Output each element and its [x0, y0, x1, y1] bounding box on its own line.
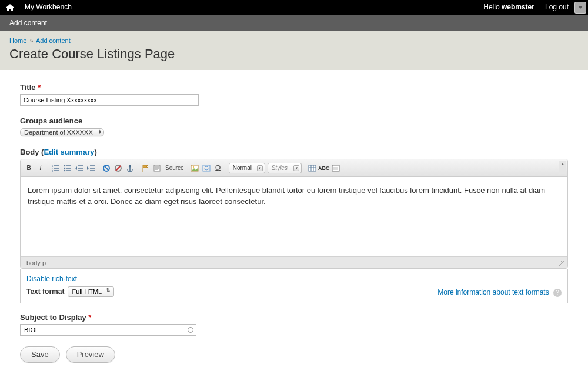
- media-icon[interactable]: [202, 163, 211, 173]
- subject-label: Subject to Display *: [20, 313, 568, 322]
- unlink-icon[interactable]: [113, 163, 123, 173]
- rich-text-editor: B I 123: [20, 159, 568, 269]
- source-icon[interactable]: [152, 163, 162, 173]
- disable-rich-text-link[interactable]: Disable rich-text: [26, 275, 562, 283]
- bold-icon[interactable]: B: [24, 163, 34, 173]
- toolbar-scroll[interactable]: [559, 161, 566, 174]
- page-title: Create Course Listings Page: [9, 46, 579, 62]
- styles-select[interactable]: Styles: [268, 163, 302, 173]
- admin-topbar: My Workbench Hello webmster Log out: [0, 0, 588, 15]
- svg-point-12: [205, 166, 208, 170]
- text-format-box: Disable rich-text Text format Full HTML …: [20, 269, 568, 303]
- title-input[interactable]: [20, 94, 199, 106]
- edit-summary-link[interactable]: Edit summary: [44, 148, 94, 156]
- indent-icon[interactable]: [86, 163, 96, 173]
- groups-audience-select[interactable]: Department of XXXXXX: [20, 128, 104, 136]
- anchor-icon[interactable]: [125, 163, 135, 173]
- special-char-icon[interactable]: Ω: [213, 163, 223, 173]
- user-menu-dropdown-icon[interactable]: [574, 2, 586, 14]
- editor-toolbar: B I 123: [21, 159, 567, 177]
- add-content-link[interactable]: Add content: [9, 19, 47, 27]
- svg-point-4: [64, 167, 66, 169]
- format-select[interactable]: Normal: [229, 163, 265, 173]
- home-icon[interactable]: [0, 4, 20, 11]
- text-format-select[interactable]: Full HTML: [68, 286, 114, 297]
- outdent-icon[interactable]: [75, 163, 84, 173]
- link-icon[interactable]: [102, 163, 111, 173]
- preview-button[interactable]: Preview: [66, 346, 115, 363]
- source-button[interactable]: Source: [165, 165, 184, 171]
- svg-point-3: [64, 165, 66, 166]
- logout-link[interactable]: Log out: [539, 0, 574, 15]
- editor-body[interactable]: Lorem ipsum dolor sit amet, consectetur …: [21, 177, 567, 256]
- text-format-label: Text format: [26, 288, 64, 296]
- svg-rect-13: [309, 165, 316, 171]
- svg-point-10: [192, 166, 193, 167]
- breadcrumb-add-content[interactable]: Add content: [36, 37, 71, 44]
- table-icon[interactable]: [308, 163, 317, 173]
- more-info-link[interactable]: More information about text formats: [437, 288, 549, 296]
- subject-input[interactable]: [20, 324, 196, 336]
- spellcheck-icon[interactable]: ABC: [319, 163, 329, 173]
- breadcrumb: Home » Add content: [9, 37, 579, 44]
- title-label: Title *: [20, 83, 568, 92]
- breadcrumb-home[interactable]: Home: [9, 37, 26, 44]
- iframe-icon[interactable]: [331, 163, 340, 173]
- editor-path-bar: body p: [21, 256, 567, 268]
- subnav-bar: Add content: [0, 15, 588, 31]
- save-button[interactable]: Save: [20, 346, 60, 363]
- image-icon[interactable]: [190, 163, 199, 173]
- groups-audience-label: Groups audience: [20, 116, 568, 125]
- help-icon[interactable]: ?: [553, 289, 562, 297]
- svg-text:3: 3: [52, 169, 54, 172]
- resize-handle-icon[interactable]: [559, 261, 566, 267]
- ordered-list-icon[interactable]: 123: [51, 163, 61, 173]
- flag-icon[interactable]: [141, 163, 150, 173]
- my-workbench-link[interactable]: My Workbench: [20, 0, 76, 15]
- hello-user: Hello webmster: [479, 0, 539, 15]
- autocomplete-throbber-icon: [188, 327, 193, 333]
- unordered-list-icon[interactable]: [63, 163, 72, 173]
- svg-point-5: [64, 169, 66, 171]
- svg-rect-15: [333, 167, 338, 170]
- italic-icon[interactable]: I: [36, 163, 45, 173]
- body-label: Body (Edit summary): [20, 148, 568, 156]
